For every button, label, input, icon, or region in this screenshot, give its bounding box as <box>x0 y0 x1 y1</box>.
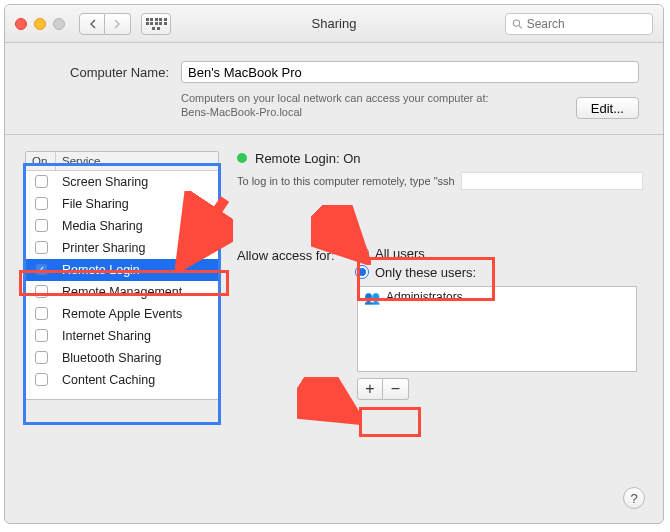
group-icon: 👥 <box>364 290 380 305</box>
service-row[interactable]: Content Caching <box>26 369 218 391</box>
header-on: On <box>26 152 56 170</box>
computer-name-input[interactable] <box>181 61 639 83</box>
search-icon <box>512 18 523 30</box>
add-remove-buttons: + − <box>357 378 643 400</box>
service-checkbox[interactable] <box>35 175 48 188</box>
radio-icon <box>355 246 369 260</box>
service-name: Screen Sharing <box>56 175 218 189</box>
help-button[interactable]: ? <box>623 487 645 509</box>
back-forward-group <box>79 13 131 35</box>
ssh-command-blank <box>461 172 643 190</box>
svg-point-0 <box>513 19 519 25</box>
remove-user-button[interactable]: − <box>383 378 409 400</box>
service-name: Remote Management <box>56 285 218 299</box>
service-name: Printer Sharing <box>56 241 218 255</box>
service-row[interactable]: Screen Sharing <box>26 171 218 193</box>
status-label: Remote Login: On <box>255 151 361 166</box>
titlebar: Sharing <box>5 5 663 43</box>
service-row[interactable]: Bluetooth Sharing <box>26 347 218 369</box>
service-name: Remote Login <box>56 263 218 277</box>
service-name: Bluetooth Sharing <box>56 351 218 365</box>
radio-all-users[interactable]: All users <box>355 246 476 261</box>
computer-name-section: Computer Name: Computers on your local n… <box>5 43 663 135</box>
service-row[interactable]: Internet Sharing <box>26 325 218 347</box>
minimize-icon[interactable] <box>34 18 46 30</box>
service-detail: Remote Login: On To log in to this compu… <box>237 151 643 400</box>
login-hint: To log in to this computer remotely, typ… <box>237 172 643 190</box>
prefs-window: Sharing Computer Name: Computers on your… <box>4 4 664 524</box>
add-user-button[interactable]: + <box>357 378 383 400</box>
user-row[interactable]: 👥 Administrators <box>358 287 636 308</box>
user-list[interactable]: 👥 Administrators <box>357 286 637 372</box>
access-row: Allow access for: All users Only these u… <box>237 246 643 280</box>
service-checkbox[interactable] <box>35 351 48 364</box>
service-name: Internet Sharing <box>56 329 218 343</box>
service-checkbox[interactable] <box>35 285 48 298</box>
service-checkbox[interactable] <box>35 329 48 342</box>
service-checkbox[interactable] <box>35 307 48 320</box>
status-line: Remote Login: On <box>237 151 643 166</box>
service-row[interactable]: Printer Sharing <box>26 237 218 259</box>
service-row[interactable]: ✓Remote Login <box>26 259 218 281</box>
forward-button[interactable] <box>105 13 131 35</box>
computer-name-label: Computer Name: <box>29 65 169 80</box>
user-name: Administrators <box>386 290 463 304</box>
main-area: On Service Screen SharingFile SharingMed… <box>5 135 663 412</box>
service-row[interactable]: Remote Management <box>26 281 218 303</box>
access-radio-group: All users Only these users: <box>355 246 476 280</box>
service-checkbox[interactable] <box>35 219 48 232</box>
radio-label: All users <box>375 246 425 261</box>
service-row[interactable]: Remote Apple Events <box>26 303 218 325</box>
radio-icon <box>355 265 369 279</box>
radio-label: Only these users: <box>375 265 476 280</box>
zoom-icon <box>53 18 65 30</box>
service-name: Remote Apple Events <box>56 307 218 321</box>
svg-line-1 <box>519 25 522 28</box>
service-name: File Sharing <box>56 197 218 211</box>
service-name: Media Sharing <box>56 219 218 233</box>
access-label: Allow access for: <box>237 246 347 263</box>
header-service: Service <box>56 152 218 170</box>
window-controls <box>15 18 65 30</box>
service-checkbox[interactable] <box>35 373 48 386</box>
edit-button[interactable]: Edit... <box>576 97 639 119</box>
service-list[interactable]: On Service Screen SharingFile SharingMed… <box>25 151 219 400</box>
service-list-header: On Service <box>26 152 218 171</box>
service-row[interactable]: File Sharing <box>26 193 218 215</box>
local-hostname-hint: Computers on your local network can acce… <box>181 91 639 120</box>
search-input[interactable] <box>527 17 646 31</box>
service-checkbox[interactable] <box>35 241 48 254</box>
service-checkbox[interactable]: ✓ <box>35 263 48 276</box>
show-all-button[interactable] <box>141 13 171 35</box>
service-checkbox[interactable] <box>35 197 48 210</box>
service-name: Content Caching <box>56 373 218 387</box>
search-field[interactable] <box>505 13 653 35</box>
status-indicator-icon <box>237 153 247 163</box>
radio-only-these-users[interactable]: Only these users: <box>355 265 476 280</box>
back-button[interactable] <box>79 13 105 35</box>
service-row[interactable]: Media Sharing <box>26 215 218 237</box>
close-icon[interactable] <box>15 18 27 30</box>
